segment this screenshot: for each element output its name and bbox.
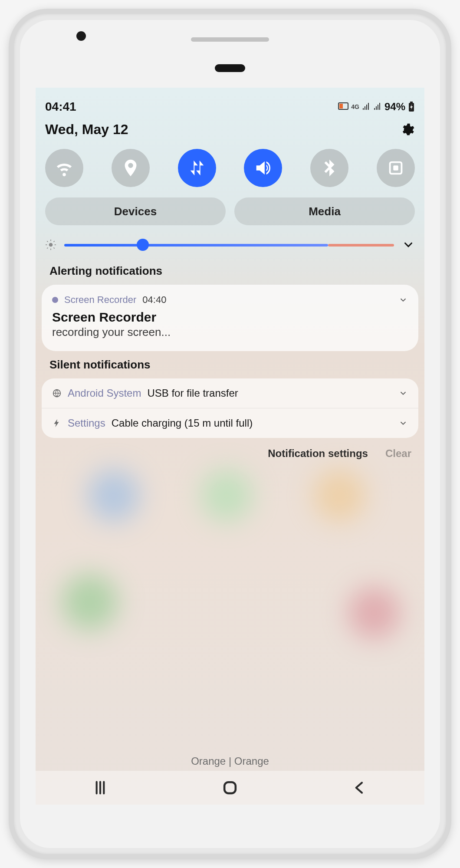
settings-button[interactable] [400, 122, 415, 137]
notification-title: Screen Recorder [52, 306, 408, 325]
svg-line-14 [54, 241, 55, 242]
toggle-bluetooth[interactable] [310, 149, 348, 187]
chevron-down-icon[interactable] [398, 295, 408, 305]
app-indicator-icon [52, 297, 58, 303]
signal-icon [373, 103, 382, 111]
globe-icon [52, 388, 62, 398]
brightness-icon [45, 239, 56, 250]
toggle-mobile-data[interactable] [178, 149, 216, 187]
media-label: Media [309, 205, 341, 218]
brightness-slider[interactable] [64, 240, 394, 249]
svg-rect-5 [393, 165, 398, 171]
battery-percent: 94% [384, 101, 405, 113]
footer-actions: Notification settings Clear [36, 441, 424, 467]
cast-icon [338, 102, 348, 111]
silent-notification[interactable]: Settings Cable charging (15 m until full… [42, 408, 418, 438]
slider-thumb[interactable] [137, 239, 149, 251]
quick-settings [36, 145, 424, 195]
navigation-bar [36, 771, 424, 805]
notification-settings-button[interactable]: Notification settings [268, 447, 368, 460]
toggle-rotation-lock[interactable] [377, 149, 415, 187]
background-blur [62, 574, 118, 630]
chevron-down-icon[interactable] [398, 388, 408, 398]
notification-app: Screen Recorder [64, 294, 136, 306]
svg-line-12 [54, 248, 55, 249]
background-blur [313, 470, 365, 522]
background-blur [348, 587, 400, 639]
background-blur [88, 470, 140, 522]
devices-button[interactable]: Devices [45, 197, 226, 225]
nav-back-button[interactable] [347, 775, 373, 801]
silent-app: Settings [68, 417, 105, 429]
clear-button[interactable]: Clear [385, 447, 411, 460]
svg-rect-16 [224, 782, 236, 793]
phone-frame: 04:41 4G 94% [9, 9, 451, 859]
silent-group: Android System USB for file transfer Set… [42, 378, 418, 438]
alerting-label: Alerting notifications [36, 260, 424, 282]
svg-point-6 [49, 243, 53, 247]
speaker-grille [191, 37, 269, 42]
signal-icon [362, 103, 371, 111]
media-button[interactable]: Media [234, 197, 415, 225]
chevron-down-icon[interactable] [398, 418, 408, 428]
battery-charging-icon [408, 102, 415, 112]
silent-message: Cable charging (15 m until full) [112, 417, 253, 429]
silent-label: Silent notifications [36, 354, 424, 376]
current-date: Wed, May 12 [45, 122, 128, 138]
bolt-icon [52, 418, 62, 428]
svg-line-13 [47, 248, 48, 249]
background-blur [200, 470, 253, 522]
silent-app: Android System [68, 387, 141, 399]
earpiece [215, 64, 245, 72]
status-time: 04:41 [45, 100, 76, 114]
toggle-location[interactable] [112, 149, 150, 187]
brightness-row [36, 235, 424, 260]
silent-notification[interactable]: Android System USB for file transfer [42, 378, 418, 408]
network-type: 4G [351, 103, 359, 110]
svg-rect-3 [410, 102, 413, 103]
devices-label: Devices [114, 205, 157, 218]
svg-line-11 [47, 241, 48, 242]
toggle-sound[interactable] [244, 149, 282, 187]
nav-recents-button[interactable] [87, 775, 113, 801]
brightness-expand[interactable] [402, 238, 415, 251]
status-right: 4G 94% [338, 101, 415, 113]
notification-header: Screen Recorder 04:40 [52, 294, 408, 306]
status-bar: 04:41 4G 94% [36, 88, 424, 119]
front-camera [76, 31, 86, 41]
phone-bezel: 04:41 4G 94% [20, 20, 440, 848]
silent-message: USB for file transfer [147, 387, 238, 399]
carrier-label: Orange | Orange [36, 755, 424, 767]
quick-panel-tabs: Devices Media [36, 195, 424, 235]
slider-track-main [64, 244, 328, 247]
notification-body: recording your screen... [52, 325, 408, 339]
date-row: Wed, May 12 [36, 119, 424, 145]
notification-time: 04:40 [142, 294, 166, 306]
svg-rect-1 [339, 104, 343, 108]
phone-screen: 04:41 4G 94% [36, 88, 424, 805]
slider-track-warn [328, 244, 394, 247]
notification-card[interactable]: Screen Recorder 04:40 Screen Recorder re… [42, 285, 418, 351]
nav-home-button[interactable] [217, 775, 243, 801]
toggle-wifi[interactable] [45, 149, 83, 187]
